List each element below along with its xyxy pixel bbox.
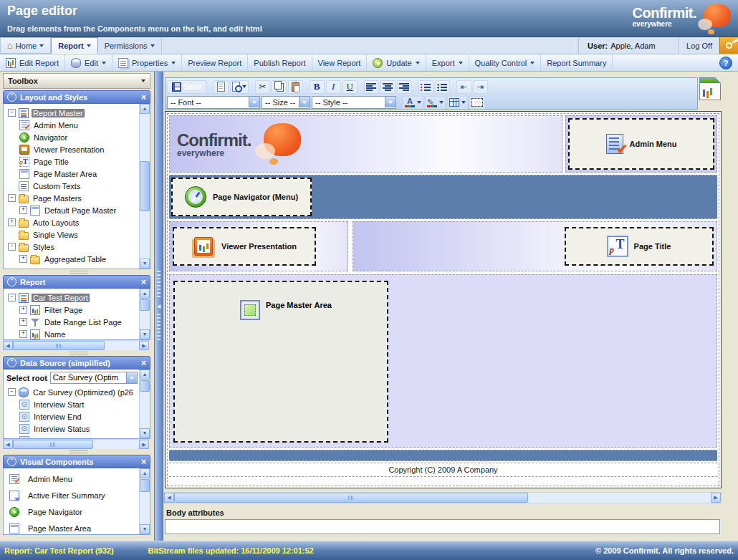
chevron-down-icon[interactable] xyxy=(385,97,396,107)
scroll-left-icon[interactable]: ◀ xyxy=(3,341,13,350)
insert-table-button[interactable] xyxy=(447,96,468,110)
scroll-thumb[interactable] xyxy=(13,341,105,350)
panel-resize-grip[interactable] xyxy=(3,269,154,275)
scroll-left-icon[interactable]: ◀ xyxy=(164,493,174,503)
scroll-down-icon[interactable]: ▼ xyxy=(140,329,150,339)
panel-header-layout-styles[interactable]: ˆ Layout and Styles × xyxy=(3,90,150,104)
select-root-dropdown[interactable]: Car Survey (Optim xyxy=(50,372,138,384)
scroll-right-icon[interactable]: ▶ xyxy=(139,341,149,350)
tree-item-default-page-master[interactable]: + Default Page Master xyxy=(4,204,150,216)
page-master-area-component[interactable]: Page Master Area xyxy=(173,281,388,443)
expander-icon[interactable]: - xyxy=(8,194,16,202)
horizontal-scrollbar[interactable]: ◀ ▶ xyxy=(3,340,149,350)
tree-item-report-master[interactable]: - Report Master xyxy=(4,107,150,119)
panel-header-data-source[interactable]: ˆ Data Source (simplified) × xyxy=(3,356,150,370)
scroll-right-icon[interactable]: ▶ xyxy=(139,440,149,449)
tree-item-page-master-area[interactable]: Page Master Area xyxy=(4,168,150,180)
scroll-up-icon[interactable]: ▲ xyxy=(140,468,150,478)
component-active-filter-summary[interactable]: Active Filter Summary xyxy=(4,487,150,503)
cut-button[interactable]: ✂ xyxy=(255,80,270,94)
scroll-thumb[interactable] xyxy=(140,299,150,311)
scroll-thumb[interactable] xyxy=(140,161,150,211)
expander-icon[interactable]: - xyxy=(8,109,16,117)
chevron-down-icon[interactable] xyxy=(126,372,137,383)
paste-button[interactable] xyxy=(288,80,303,94)
scroll-thumb[interactable] xyxy=(140,380,150,392)
tree-item-page-masters[interactable]: - Page Masters xyxy=(4,192,150,204)
chevron-down-icon[interactable] xyxy=(249,97,259,107)
scroll-up-icon[interactable]: ▲ xyxy=(140,370,150,380)
align-right-button[interactable] xyxy=(397,80,412,94)
close-icon[interactable]: × xyxy=(141,93,146,102)
tree-item-name[interactable]: + Name xyxy=(4,328,150,340)
panel-resize-grip[interactable] xyxy=(3,350,154,356)
horizontal-scrollbar[interactable]: ◀ ▶ xyxy=(3,439,149,449)
close-icon[interactable]: × xyxy=(141,359,146,367)
copy-button[interactable] xyxy=(272,80,287,94)
align-left-button[interactable] xyxy=(364,80,379,94)
save-button[interactable]: Save xyxy=(167,80,207,94)
close-icon[interactable]: × xyxy=(141,278,146,286)
tab-home[interactable]: ⌂ Home xyxy=(0,37,51,54)
collapse-icon[interactable]: ˆ xyxy=(7,358,16,367)
tab-permissions[interactable]: Permissions xyxy=(98,37,162,54)
edit-button[interactable]: Edit xyxy=(65,54,112,71)
logoff-button[interactable]: Log Off xyxy=(679,37,719,54)
admin-menu-component[interactable]: Admin Menu xyxy=(568,118,714,170)
tree-item-page-title[interactable]: Page Title xyxy=(4,155,150,168)
help-icon[interactable]: ? xyxy=(719,57,732,69)
underline-button[interactable]: U xyxy=(342,80,358,94)
close-icon[interactable]: × xyxy=(141,458,146,466)
italic-button[interactable]: I xyxy=(326,80,341,94)
align-center-button[interactable] xyxy=(380,80,396,94)
unordered-list-button[interactable] xyxy=(435,80,450,94)
outdent-button[interactable] xyxy=(456,80,471,94)
expander-icon[interactable]: + xyxy=(19,255,27,263)
scroll-down-icon[interactable]: ▼ xyxy=(140,428,150,438)
expander-icon[interactable]: - xyxy=(8,294,16,301)
print-preview-button[interactable] xyxy=(230,80,249,94)
scroll-up-icon[interactable]: ▲ xyxy=(140,289,150,299)
canvas-horizontal-scrollbar[interactable]: ◀ ▶ xyxy=(163,492,722,503)
panel-resize-grip[interactable] xyxy=(3,449,154,455)
scrollbar[interactable]: ▲ ▼ xyxy=(139,370,150,438)
tree-item-interview-start[interactable]: ⊙ Interview Start xyxy=(4,398,150,410)
bold-button[interactable]: B xyxy=(310,80,325,94)
tree-item-interview-status[interactable]: ⊙ Interview Status xyxy=(4,423,150,435)
tree-item-filter-page[interactable]: + Filter Page xyxy=(4,304,150,316)
scrollbar[interactable]: ▲ ▼ xyxy=(139,104,150,269)
expander-icon[interactable]: - xyxy=(8,243,16,251)
edit-report-button[interactable]: Edit Report xyxy=(0,54,65,71)
properties-button[interactable]: Properties xyxy=(112,54,182,71)
scroll-left-icon[interactable]: ◀ xyxy=(3,440,13,449)
expander-icon[interactable]: + xyxy=(19,330,27,338)
expander-icon[interactable]: + xyxy=(19,318,27,326)
tree-item-single-views[interactable]: Single Views xyxy=(4,228,150,241)
collapse-icon[interactable]: ˆ xyxy=(7,277,16,286)
viewer-presentation-component[interactable]: Viewer Presentation xyxy=(173,227,316,266)
scrollbar[interactable]: ▲ ▼ xyxy=(139,468,150,534)
font-select[interactable]: -- Font -- xyxy=(167,96,260,109)
ordered-list-button[interactable] xyxy=(418,80,433,94)
tree-item-auto-layouts[interactable]: + Auto Layouts xyxy=(4,216,150,228)
scroll-up-icon[interactable]: ▲ xyxy=(140,104,150,114)
chevron-down-icon[interactable] xyxy=(299,97,310,107)
expander-icon[interactable]: - xyxy=(8,388,16,396)
tree-item-styles[interactable]: - Styles xyxy=(4,241,150,253)
new-document-button[interactable] xyxy=(214,80,229,94)
logoff-key-button[interactable] xyxy=(719,37,738,54)
scroll-thumb[interactable] xyxy=(140,479,150,492)
scroll-thumb[interactable] xyxy=(13,440,93,449)
tree-item-admin-menu[interactable]: Admin Menu xyxy=(4,119,150,131)
report-document-icon[interactable] xyxy=(699,77,721,100)
toolbox-header[interactable]: Toolbox xyxy=(3,73,150,89)
tree-item-custom-texts[interactable]: Custom Texts xyxy=(4,180,150,192)
body-attributes-input[interactable] xyxy=(165,519,720,534)
page-navigator-component[interactable]: Page Navigator (Menu) xyxy=(171,178,312,216)
collapse-icon[interactable]: ˆ xyxy=(7,92,16,102)
fieldset-button[interactable] xyxy=(469,96,485,110)
tree-item-car-test-report[interactable]: - Car Test Report xyxy=(4,291,150,304)
highlight-button[interactable] xyxy=(425,96,446,110)
style-select[interactable]: -- Style -- xyxy=(312,96,396,109)
canvas-footer-bar[interactable] xyxy=(169,450,717,461)
